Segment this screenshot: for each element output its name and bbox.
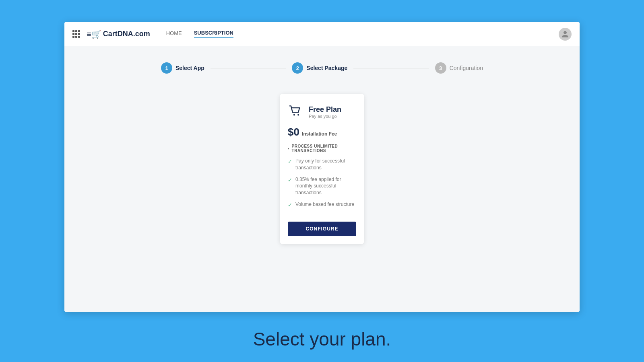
plan-card-header: Free Plan Pay as you go	[288, 103, 356, 120]
plan-price-label: Installation Fee	[302, 131, 337, 137]
check-icon-1: ✓	[288, 158, 292, 165]
step-1-circle: 1	[161, 62, 172, 74]
logo-cart-icon: ≡🛒	[87, 29, 101, 39]
plan-price: $0 Installation Fee	[288, 126, 337, 138]
content-area: 1 Select App 2 Select Package 3 Configur…	[64, 46, 580, 312]
nav-subscription[interactable]: SUBSCRIPTION	[194, 30, 233, 38]
step-line-1	[211, 68, 286, 68]
nav-links: HOME SUBSCRIPTION	[166, 30, 559, 38]
step-2-label: Select Package	[306, 65, 347, 71]
avatar[interactable]	[559, 28, 572, 41]
grid-icon[interactable]	[72, 30, 80, 38]
nav-home[interactable]: HOME	[166, 30, 182, 38]
svg-point-0	[293, 114, 295, 116]
check-icon-3: ✓	[288, 202, 292, 209]
plan-subtitle: Pay as you go	[309, 114, 341, 119]
navbar: ≡🛒 CartDNA.com HOME SUBSCRIPTION	[64, 22, 580, 46]
check-icon-2: ✓	[288, 177, 292, 184]
step-1: 1 Select App	[161, 62, 204, 74]
step-3-label: Configuration	[450, 65, 483, 71]
step-line-2	[353, 68, 429, 68]
svg-point-1	[297, 114, 299, 116]
plan-title-wrap: Free Plan Pay as you go	[309, 105, 341, 119]
logo-text: CartDNA	[103, 30, 133, 38]
plan-features: ✓ Pay only for successful transactions ✓…	[288, 158, 356, 214]
shopping-cart-icon	[288, 103, 303, 119]
logo[interactable]: ≡🛒 CartDNA.com	[87, 29, 150, 39]
step-1-label: Select App	[175, 65, 204, 71]
feature-2-text: 0.35% fee applied for monthly successful…	[295, 176, 356, 196]
browser-window: ≡🛒 CartDNA.com HOME SUBSCRIPTION 1 Selec…	[64, 22, 580, 312]
feature-1: ✓ Pay only for successful transactions	[288, 158, 356, 171]
cart-icon-wrap	[288, 103, 303, 120]
plan-price-amount: $0	[288, 126, 299, 138]
feature-1-text: Pay only for successful transactions	[295, 158, 356, 171]
process-icon: ▪	[288, 146, 289, 151]
feature-3: ✓ Volume based fee structure	[288, 201, 356, 209]
process-text: PROCESS UNLIMITED TRANSACTIONS	[292, 144, 356, 153]
bottom-caption: Select your plan.	[253, 328, 391, 362]
configure-button[interactable]: CONFIGURE	[288, 222, 356, 236]
logo-domain: .com	[133, 30, 150, 38]
stepper: 1 Select App 2 Select Package 3 Configur…	[161, 62, 483, 74]
feature-3-text: Volume based fee structure	[295, 201, 354, 208]
step-3: 3 Configuration	[435, 62, 483, 74]
feature-2: ✓ 0.35% fee applied for monthly successf…	[288, 176, 356, 196]
user-icon	[561, 30, 569, 38]
step-2-circle: 2	[292, 62, 303, 74]
plan-process-row: ▪ PROCESS UNLIMITED TRANSACTIONS	[288, 144, 356, 153]
plan-card: Free Plan Pay as you go $0 Installation …	[280, 94, 364, 244]
step-3-circle: 3	[435, 62, 446, 74]
plan-name: Free Plan	[309, 105, 341, 114]
step-2: 2 Select Package	[292, 62, 347, 74]
